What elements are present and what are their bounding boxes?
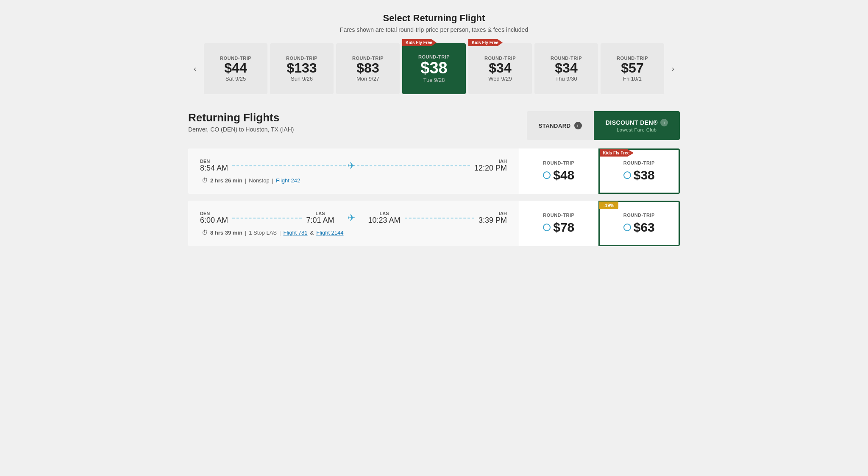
origin: DEN 6:00 AM — [200, 211, 228, 225]
page-wrapper: Select Returning Flight Fares shown are … — [180, 0, 688, 266]
flight-duration: 8 hrs 39 min — [210, 230, 242, 236]
discount-den-subtitle: Lowest Fare Club — [617, 127, 657, 132]
flight-link-1[interactable]: Flight 781 — [283, 230, 307, 236]
discount-den-fare-button[interactable]: DISCOUNT DEN® i Lowest Fare Club — [594, 111, 680, 140]
stop-arrival: LAS 7:01 AM — [306, 211, 334, 225]
kids-fly-badge: Kids Fly Free — [468, 39, 503, 46]
dest-time: 3:39 PM — [479, 216, 507, 225]
date-card-sat-925[interactable]: ROUND-TRIP$44Sat 9/25 — [204, 43, 267, 94]
section-title: Returning Flights — [188, 111, 294, 124]
date-cards: ROUND-TRIP$44Sat 9/25ROUND-TRIP$133Sun 9… — [204, 43, 664, 94]
flight-num-separator: | — [272, 177, 273, 184]
standard-fare-button[interactable]: STANDARD i — [527, 111, 594, 140]
flight-link-2[interactable]: Flight 2144 — [316, 230, 343, 236]
origin-time: 8:54 AM — [200, 164, 228, 173]
date-price: $38 — [420, 59, 447, 77]
discount-price-box[interactable]: Kids Fly Free ROUND-TRIP $38 — [598, 148, 680, 194]
date-label: Thu 9/30 — [555, 76, 577, 82]
section-header: Returning Flights Denver, CO (DEN) to Ho… — [188, 111, 680, 140]
dest-code: IAH — [474, 159, 507, 164]
flight-cards: DEN 8:54 AM ✈ IAH 12:20 PM ⏱ 2 hrs 26 mi… — [188, 148, 680, 246]
fare-type-buttons: STANDARD i DISCOUNT DEN® i Lowest Fare C… — [527, 111, 680, 140]
date-card-wed-929[interactable]: Kids Fly FreeROUND-TRIP$34Wed 9/29 — [468, 43, 532, 94]
date-price: $34 — [489, 61, 511, 76]
dest: IAH 12:20 PM — [474, 159, 507, 173]
clock-icon: ⏱ — [202, 229, 208, 236]
std-price: $78 — [553, 220, 574, 235]
clock-icon: ⏱ — [202, 177, 208, 184]
standard-price-box[interactable]: ROUND-TRIP $48 — [519, 148, 598, 194]
date-price: $34 — [555, 61, 577, 76]
dest: IAH 3:39 PM — [479, 211, 507, 225]
stop-code: LAS — [306, 211, 334, 216]
date-card-thu-930[interactable]: ROUND-TRIP$34Thu 9/30 — [534, 43, 598, 94]
plane-icon: ✈ — [348, 213, 355, 224]
page-header: Select Returning Flight Fares shown are … — [188, 13, 680, 33]
date-card-fri-101[interactable]: ROUND-TRIP$57Fri 10/1 — [601, 43, 664, 94]
carousel-prev-button[interactable]: ‹ — [189, 62, 201, 75]
stop-departure: LAS 10:23 AM — [368, 211, 401, 225]
route-line-mid: ✈ — [334, 213, 368, 224]
dest-code: IAH — [479, 211, 507, 216]
kids-fly-badge: Kids Fly Free — [402, 39, 437, 46]
stop-arr-time: 7:01 AM — [306, 216, 334, 225]
disc-price: $63 — [634, 220, 655, 235]
dashed-line-left — [232, 165, 345, 166]
disc-price: $38 — [634, 168, 655, 182]
section-route: Denver, CO (DEN) to Houston, TX (IAH) — [188, 126, 294, 133]
flight-link-1[interactable]: Flight 242 — [276, 177, 300, 184]
date-label: Sun 9/26 — [291, 76, 313, 82]
stop-info: Nonstop — [249, 177, 269, 184]
origin-code: DEN — [200, 211, 228, 216]
flight-card-1: DEN 8:54 AM ✈ IAH 12:20 PM ⏱ 2 hrs 26 mi… — [188, 148, 680, 194]
stop-code-2: LAS — [368, 211, 401, 216]
fare-prices: ROUND-TRIP $48 Kids Fly Free ROUND-TRIP … — [519, 148, 680, 194]
date-card-mon-927[interactable]: ROUND-TRIP$83Mon 9/27 — [336, 43, 400, 94]
date-label: Sat 9/25 — [225, 76, 246, 82]
disc-radio[interactable] — [623, 171, 631, 179]
origin-code: DEN — [200, 159, 228, 164]
discount-price-box[interactable]: -19% ROUND-TRIP $63 — [598, 201, 680, 246]
date-price: $133 — [287, 61, 317, 76]
dashed-line-right — [357, 165, 470, 166]
flight-info-2: DEN 6:00 AM LAS 7:01 AM ✈ LAS 10:23 AM I… — [188, 201, 519, 246]
date-label: Fri 10/1 — [623, 76, 642, 82]
standard-info-icon[interactable]: i — [574, 122, 582, 129]
stop-separator: | — [245, 230, 246, 236]
date-label: Wed 9/29 — [488, 76, 512, 82]
discount-info-icon[interactable]: i — [660, 119, 668, 126]
std-price-row: $48 — [543, 168, 574, 182]
stop-dep-time: 10:23 AM — [368, 216, 401, 225]
dest-time: 12:20 PM — [474, 164, 507, 173]
standard-fare-label: STANDARD — [539, 123, 571, 129]
disc-price-row: $63 — [623, 220, 655, 235]
date-label: Mon 9/27 — [356, 76, 379, 82]
fare-prices: ROUND-TRIP $78 -19% ROUND-TRIP $63 — [519, 201, 680, 246]
flight-details: ⏱ 2 hrs 26 min | Nonstop |Flight 242 — [200, 177, 507, 184]
flight-details: ⏱ 8 hrs 39 min | 1 Stop LAS |Flight 781&… — [200, 229, 507, 236]
flight-route: DEN 8:54 AM ✈ IAH 12:20 PM — [200, 159, 507, 173]
date-card-sun-926[interactable]: ROUND-TRIP$133Sun 9/26 — [270, 43, 334, 94]
dashed-line-r1 — [405, 218, 474, 218]
date-price: $83 — [356, 61, 379, 76]
page-subtitle: Fares shown are total round-trip price p… — [188, 26, 680, 33]
flight-route: DEN 6:00 AM LAS 7:01 AM ✈ LAS 10:23 AM I… — [200, 211, 507, 225]
date-carousel: ‹ ROUND-TRIP$44Sat 9/25ROUND-TRIP$133Sun… — [188, 43, 680, 94]
standard-price-box[interactable]: ROUND-TRIP $78 — [519, 201, 598, 246]
discount-badge: -19% — [599, 202, 619, 209]
std-radio[interactable] — [543, 171, 551, 179]
origin: DEN 8:54 AM — [200, 159, 228, 173]
amp-separator: & — [310, 230, 314, 236]
date-card-tue-928[interactable]: Kids Fly FreeROUND-TRIP$38Tue 9/28 — [402, 43, 466, 94]
stop-separator: | — [245, 177, 246, 184]
disc-rt-label: ROUND-TRIP — [623, 213, 655, 218]
disc-rt-label: ROUND-TRIP — [623, 160, 655, 165]
origin-time: 6:00 AM — [200, 216, 228, 225]
flight-num-separator: | — [279, 230, 281, 236]
disc-radio[interactable] — [623, 224, 631, 231]
std-radio[interactable] — [543, 224, 551, 231]
route-line-right — [401, 218, 479, 218]
carousel-next-button[interactable]: › — [667, 62, 679, 75]
date-price: $57 — [621, 61, 643, 76]
date-price: $44 — [224, 61, 247, 76]
